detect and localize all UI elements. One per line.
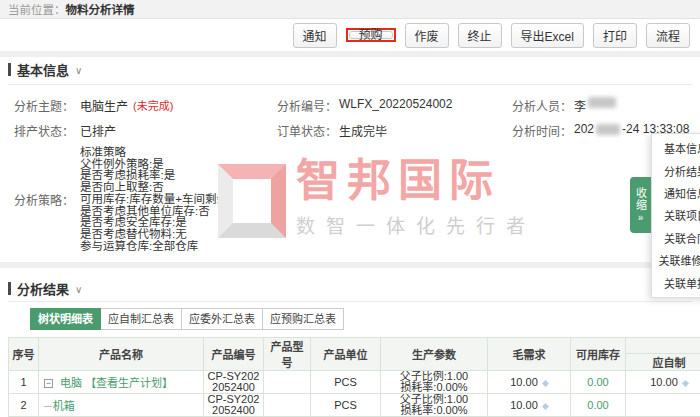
analysis-result-title: 分析结果 <box>17 279 69 298</box>
strategy-line: 是否考虑替代物料:无 <box>80 229 251 241</box>
notify-button[interactable]: 通知 <box>293 23 337 48</box>
available-stock-cell[interactable]: 0.00 <box>571 371 626 394</box>
col-header-suggestion-group <box>626 338 700 354</box>
analysis-result-section-header[interactable]: 分析结果 ∨ <box>0 278 82 298</box>
anchor-menu: 基本信息 分析结果 通知信息 关联项目 关联合同 关联维修单 关联单据 <box>651 133 700 298</box>
collapse-panel-button[interactable]: 收缩 » <box>630 177 651 233</box>
self-make-cell <box>626 394 700 417</box>
col-header-product-code: 产品编号 <box>204 338 264 371</box>
field-label: 订单状态： <box>277 122 333 139</box>
tab-prepurchase-summary[interactable]: 应预购汇总表 <box>263 308 344 330</box>
field-order-status: 订单状态： 生成完毕 <box>277 122 387 139</box>
field-label: 分析编号： <box>277 97 333 114</box>
tab-outsource-summary[interactable]: 应委外汇总表 <box>182 308 263 330</box>
gross-demand-cell: 10.00 <box>488 394 571 417</box>
field-analyst: 分析人员： 李 <box>512 97 618 114</box>
diamond-icon[interactable] <box>542 403 549 410</box>
field-analysis-strategy: 分析策略： 标准策略 父件例外策略:是 是否考虑损耗率:是 是否向上取整:否 可… <box>10 147 251 252</box>
product-model-cell <box>264 394 311 417</box>
section-marker <box>8 63 11 76</box>
product-model-cell <box>264 371 311 394</box>
field-value: 生成完毕 <box>339 122 387 139</box>
col-header-product-name: 产品名称 <box>39 338 204 371</box>
strategy-line: 参与运算仓库:全部仓库 <box>80 241 251 253</box>
diamond-icon[interactable] <box>542 380 549 387</box>
field-value: 已排产 <box>80 122 116 139</box>
field-label: 分析策略： <box>10 191 74 208</box>
product-name-link[interactable]: 电脑 <box>60 377 82 389</box>
tab-self-make-summary[interactable]: 应自制汇总表 <box>101 308 182 330</box>
redacted-area <box>596 124 620 135</box>
print-button[interactable]: 打印 <box>593 23 637 48</box>
pre-purchase-button[interactable]: 预购 <box>349 31 393 39</box>
chevron-down-icon[interactable]: ∨ <box>75 65 82 76</box>
brand-slogan: 数智一体化先行者 <box>296 211 536 238</box>
result-table: 序号 产品名称 产品编号 产品型号 产品单位 生产参数 毛需求 可用库存 应自制… <box>8 337 700 417</box>
product-unit-cell: PCS <box>311 371 381 394</box>
menu-item-basic-info[interactable]: 基本信息 <box>652 140 700 156</box>
row-index: 1 <box>9 371 39 394</box>
material-analysis-detail-page: 当前位置： 物料分析详情 通知 预购 作废 终止 导出Excel 打印 流程 基… <box>0 0 700 417</box>
flow-button[interactable]: 流程 <box>646 23 690 48</box>
export-excel-button[interactable]: 导出Excel <box>511 23 584 48</box>
product-unit-cell: PCS <box>311 394 381 417</box>
divider <box>8 84 692 85</box>
breadcrumb-prefix: 当前位置： <box>8 1 66 17</box>
tab-tree-detail[interactable]: 树状明细表 <box>30 308 101 330</box>
status-badge: (未完成) <box>133 97 173 114</box>
product-code-cell: CP-SY2022052400 <box>204 371 264 394</box>
available-stock-cell[interactable]: 0.00 <box>571 394 626 417</box>
menu-item-related-repair[interactable]: 关联维修单 <box>652 252 700 268</box>
toolbar: 通知 预购 作废 终止 导出Excel 打印 流程 <box>0 19 700 51</box>
section-divider <box>0 262 700 268</box>
field-value: 电脑生产 <box>80 97 128 114</box>
basic-info-title: 基本信息 <box>17 60 69 79</box>
production-params-cell: 父子比例:1.00损耗率:0.00% <box>381 394 488 417</box>
field-schedule-status: 排产状态： 已排产 <box>10 122 116 139</box>
table-row[interactable]: 1 − 电脑 【查看生产计划】 CP-SY2022052400 PCS 父子比例… <box>9 371 700 394</box>
field-analysis-no: 分析编号： WLFX_20220524002 <box>277 97 452 114</box>
tree-branch-line: ─ <box>44 400 52 412</box>
field-value: WLFX_20220524002 <box>339 97 452 114</box>
double-arrow-icon: » <box>638 212 644 224</box>
col-header-production-params: 生产参数 <box>381 338 488 371</box>
product-name-cell: − 电脑 【查看生产计划】 <box>39 371 204 394</box>
field-analysis-subject: 分析主题： 电脑生产 (未完成) <box>10 97 173 114</box>
menu-item-notify-info[interactable]: 通知信息 <box>652 185 700 201</box>
watermark-text: 智邦国际 数智一体化先行者 <box>296 158 536 238</box>
redacted-area <box>588 97 616 108</box>
menu-item-related-docs[interactable]: 关联单据 <box>652 275 700 291</box>
self-make-cell: 10.00 <box>626 371 700 394</box>
terminate-button[interactable]: 终止 <box>458 23 502 48</box>
section-divider <box>0 51 700 57</box>
page-title: 物料分析详情 <box>66 1 135 17</box>
gross-demand-cell: 10.00 <box>488 371 571 394</box>
view-production-plan-link[interactable]: 【查看生产计划】 <box>85 377 173 389</box>
breadcrumb: 当前位置： 物料分析详情 <box>0 0 700 19</box>
diamond-icon[interactable] <box>682 380 689 387</box>
menu-item-related-project[interactable]: 关联项目 <box>652 207 700 223</box>
brand-name: 智邦国际 <box>296 158 536 204</box>
chevron-down-icon[interactable]: ∨ <box>75 284 82 295</box>
annotation-red-box: 预购 <box>346 28 396 42</box>
table-row[interactable]: 2 ─机箱 CP-SY2022052400 PCS 父子比例:1.00损耗率:0… <box>9 394 700 417</box>
tree-collapse-icon[interactable]: − <box>44 379 53 388</box>
basic-info-section-header[interactable]: 基本信息 ∨ <box>0 59 82 79</box>
section-marker <box>8 282 11 295</box>
strategy-lines: 标准策略 父件例外策略:是 是否考虑损耗率:是 是否向上取整:否 可用库存:库存… <box>80 147 251 252</box>
field-label: 分析主题： <box>10 97 74 114</box>
collapse-label: 收缩 <box>635 187 647 211</box>
row-index: 2 <box>9 394 39 417</box>
field-value: 李 <box>574 97 586 114</box>
product-name-link[interactable]: 机箱 <box>53 400 75 412</box>
field-label: 分析时间： <box>512 122 568 139</box>
void-button[interactable]: 作废 <box>405 23 449 48</box>
col-header-available-stock: 可用库存 <box>571 338 626 371</box>
col-header-product-unit: 产品单位 <box>311 338 381 371</box>
col-header-index: 序号 <box>9 338 39 371</box>
menu-item-related-contract[interactable]: 关联合同 <box>652 230 700 246</box>
product-name-cell: ─机箱 <box>39 394 204 417</box>
result-tabs: 树状明细表 应自制汇总表 应委外汇总表 应预购汇总表 <box>30 308 344 330</box>
col-header-product-model: 产品型号 <box>264 338 311 371</box>
menu-item-analysis-result[interactable]: 分析结果 <box>652 163 700 179</box>
